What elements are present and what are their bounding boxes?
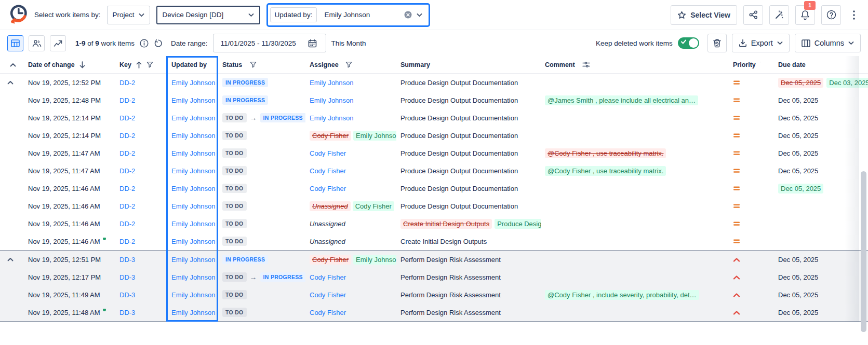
magic-wand-icon <box>774 10 784 20</box>
adjust-icon[interactable] <box>582 61 590 68</box>
work-item-key-link[interactable]: DD-2 <box>119 149 135 157</box>
collapse-group-icon[interactable] <box>7 257 14 262</box>
user-link[interactable]: Emily Johnson <box>310 114 354 122</box>
cell-text: @Cody Fisher , use traceability matrix. <box>545 148 666 158</box>
work-item-key-link[interactable]: DD-3 <box>119 309 135 316</box>
table-row: Nov 19, 2025, 12:52 PMDD-2Emily JohnsonI… <box>0 74 868 91</box>
table-view-button[interactable] <box>7 35 23 51</box>
work-item-key-link[interactable]: DD-2 <box>119 185 135 192</box>
download-icon <box>739 39 747 47</box>
collapse-group-icon[interactable] <box>7 80 14 85</box>
keep-deleted-toggle[interactable] <box>678 37 699 49</box>
cell-updated-by: Emily Johnson <box>166 96 218 104</box>
project-type-dropdown[interactable]: Project <box>107 6 150 24</box>
updated-by-link[interactable]: Emily Johnson <box>171 114 216 122</box>
cell-summary: Produce Design Output Documentation <box>396 96 541 104</box>
updated-by-link[interactable]: Emily Johnson <box>171 238 216 245</box>
refresh-button[interactable] <box>154 39 163 48</box>
cell-updated-by: Emily Johnson <box>166 185 218 192</box>
chart-view-button[interactable] <box>50 35 66 51</box>
cell-date-of-change: Nov 19, 2025, 12:48 PM <box>21 96 115 104</box>
people-view-button[interactable] <box>29 35 45 51</box>
work-item-key-link[interactable]: DD-3 <box>119 291 135 299</box>
work-item-key-link[interactable]: DD-3 <box>119 256 135 264</box>
auto-assist-button[interactable] <box>769 5 789 25</box>
table-row: Nov 19, 2025, 12:51 PMDD-3Emily JohnsonI… <box>0 251 868 268</box>
columns-button[interactable]: Columns <box>795 34 861 52</box>
cell-priority <box>724 79 761 86</box>
cell-assignee: Unassigned <box>305 238 396 245</box>
user-link[interactable]: Emily Johnson <box>310 79 354 87</box>
help-button[interactable] <box>821 5 841 25</box>
date-range-input[interactable] <box>221 39 304 47</box>
cell-summary: Perform Design Risk Assessment <box>396 256 541 264</box>
updated-by-link[interactable]: Emily Johnson <box>171 132 216 140</box>
kebab-menu-icon <box>853 10 855 20</box>
cell-key: DD-2 <box>115 149 166 157</box>
sort-desc-icon[interactable] <box>79 61 85 68</box>
updated-by-link[interactable]: Emily Johnson <box>171 185 216 192</box>
updated-by-link[interactable]: Emily Johnson <box>171 220 216 228</box>
info-icon <box>140 39 149 48</box>
user-link[interactable]: Cody Fisher <box>310 149 346 157</box>
select-work-items-label: Select work items by: <box>34 11 101 19</box>
cell-status: IN PROGRESS <box>218 95 305 105</box>
work-item-key-link[interactable]: DD-2 <box>119 238 135 245</box>
calendar-icon[interactable] <box>308 39 317 48</box>
more-menu-button[interactable] <box>847 5 861 25</box>
work-item-key-link[interactable]: DD-2 <box>119 114 135 122</box>
priority-medium-icon <box>733 185 740 191</box>
share-button[interactable] <box>743 5 763 25</box>
work-item-key-link[interactable]: DD-2 <box>119 167 135 175</box>
user-link[interactable]: Emily Johnson <box>310 96 354 104</box>
filter-icon[interactable] <box>146 61 153 68</box>
work-item-key-link[interactable]: DD-2 <box>119 220 135 228</box>
user-link[interactable]: Cody Fisher <box>310 291 346 299</box>
user-link[interactable]: Cody Fisher <box>310 167 346 175</box>
vertical-scrollbar[interactable] <box>861 171 866 332</box>
work-item-key-link[interactable]: DD-3 <box>119 273 135 281</box>
cell-text: Unassigned <box>310 238 345 245</box>
updated-by-link[interactable]: Emily Johnson <box>171 291 216 299</box>
cell-text: Perform Design Risk Assessment <box>400 273 501 281</box>
clear-filter-icon[interactable] <box>404 11 412 19</box>
cell-text: IN PROGRESS <box>222 95 268 105</box>
info-button[interactable] <box>140 39 149 48</box>
work-item-key-link[interactable]: DD-2 <box>119 132 135 140</box>
change-timestamp: Nov 19, 2025, 11:46 AM <box>28 220 100 228</box>
work-item-key-link[interactable]: DD-2 <box>119 202 135 210</box>
priority-medium-icon <box>733 168 740 174</box>
updated-by-filter-select[interactable]: Emily Johnson <box>320 7 426 23</box>
work-item-key-link[interactable]: DD-2 <box>119 96 135 104</box>
cell-text: Perform Design Risk Assessment <box>400 309 501 316</box>
notifications-button[interactable]: 1 <box>795 5 815 25</box>
updated-by-link[interactable]: Emily Johnson <box>171 202 216 210</box>
user-link[interactable]: Cody Fisher <box>310 273 346 281</box>
user-link[interactable]: Cody Fisher <box>310 309 346 316</box>
collapse-all-icon[interactable] <box>9 62 17 67</box>
cell-due-date: Dec 05, 2025 <box>761 291 868 299</box>
cell-summary: Produce Design Output Documentation <box>396 149 541 157</box>
priority-medium-icon <box>733 132 740 139</box>
filter-icon[interactable] <box>345 61 352 68</box>
project-select-dropdown[interactable]: Device Design [DD] <box>156 6 260 24</box>
columns-icon <box>802 39 810 47</box>
work-item-key-link[interactable]: DD-2 <box>119 79 135 87</box>
updated-by-link[interactable]: Emily Johnson <box>171 96 216 104</box>
filter-icon[interactable] <box>250 61 257 68</box>
cell-summary: Produce Design Output Documentation <box>396 114 541 122</box>
updated-by-link[interactable]: Emily Johnson <box>171 149 216 157</box>
cell-date-of-change: Nov 19, 2025, 12:52 PM <box>21 79 115 87</box>
user-link[interactable]: Cody Fisher <box>310 185 346 192</box>
updated-by-link[interactable]: Emily Johnson <box>171 167 216 175</box>
export-button[interactable]: Export <box>732 34 790 52</box>
updated-by-link[interactable]: Emily Johnson <box>171 309 216 316</box>
cell-key: DD-3 <box>115 291 166 299</box>
clear-deleted-button[interactable] <box>707 34 727 52</box>
sort-asc-icon[interactable] <box>136 61 142 68</box>
updated-by-link[interactable]: Emily Johnson <box>171 256 216 264</box>
select-view-button[interactable]: Select View <box>671 5 737 25</box>
updated-by-link[interactable]: Emily Johnson <box>171 273 216 281</box>
updated-by-link[interactable]: Emily Johnson <box>171 79 216 87</box>
cell-assignee: Cody FisherEmily Johnson <box>305 131 396 141</box>
